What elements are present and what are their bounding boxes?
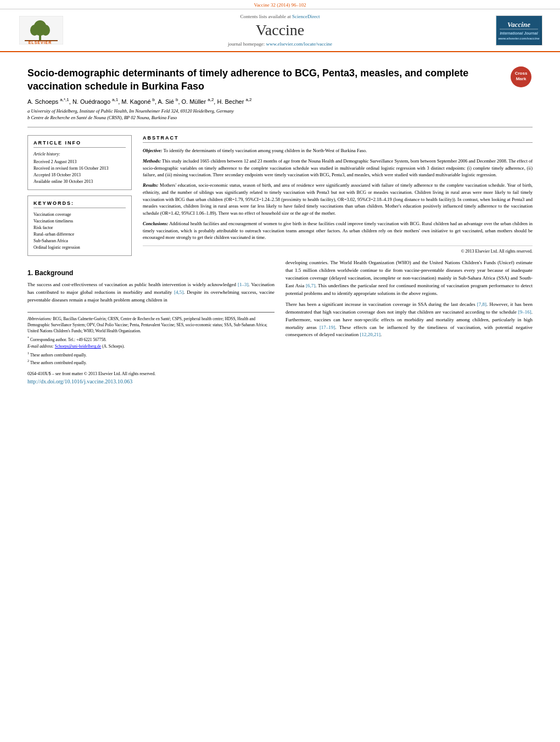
history-label: Article history: [33, 151, 126, 158]
email-link[interactable]: Schoeps@uni-heidelberg.de [55, 344, 101, 349]
abstract-header: ABSTRACT [143, 135, 533, 143]
article-title: Socio-demographic determinants of timely… [27, 66, 504, 93]
footnote-note2: 2 These authors contributed equally. [27, 359, 275, 366]
main-content: Socio-demographic determinants of timely… [0, 52, 560, 395]
journal-center: Contents lists available at ScienceDirec… [71, 14, 489, 47]
keyword-2: Vaccination timeliness [33, 218, 126, 225]
left-column: ARTICLE INFO Article history: Received 2… [27, 135, 132, 256]
elsevier-logo: ELSEVIER [11, 15, 71, 46]
keyword-6: Ordinal logistic regression [33, 244, 126, 251]
methods-label: Methods: [143, 158, 161, 164]
right-column: ABSTRACT Objective: To identify the dete… [143, 135, 533, 256]
abstract-results: Results: Mothers' education, socio-econo… [143, 182, 533, 217]
abstract-methods: Methods: This study included 1665 childr… [143, 158, 533, 178]
svg-text:Vaccine: Vaccine [507, 20, 530, 29]
elsevier-tree-svg: ELSEVIER [19, 16, 63, 44]
results-label: Results: [143, 182, 158, 188]
revised-date: Received in revised form 16 October 2013 [33, 165, 126, 172]
copyright-text: © 2013 Elsevier Ltd. All rights reserved… [143, 246, 533, 255]
svg-text:Mark: Mark [516, 76, 527, 81]
vaccine-logo-svg: Vaccine International Journal www.elsevi… [497, 16, 541, 44]
available-date: Available online 30 October 2013 [33, 178, 126, 185]
footnotes-section: Abbreviations: BCG, Bacillus Calmette-Gu… [27, 312, 275, 366]
footnote-email: E-mail address: Schoeps@uni-heidelberg.d… [27, 343, 275, 349]
svg-text:Cross: Cross [515, 71, 528, 76]
section1-title: 1. Background [27, 269, 275, 277]
keywords-header: Keywords: [33, 200, 126, 208]
journal-homepage: journal homepage: www.elsevier.com/locat… [71, 41, 489, 47]
methods-text: This study included 1665 children betwee… [143, 158, 533, 178]
footnote-note1: 1 These authors contributed equally. [27, 351, 275, 358]
keyword-1: Vaccination coverage [33, 211, 126, 218]
svg-text:International Journal: International Journal [500, 31, 538, 35]
homepage-link[interactable]: www.elsevier.com/locate/vaccine [266, 41, 332, 47]
elsevier-logo-img: ELSEVIER [16, 15, 66, 46]
abstract-text: Objective: To identify the determinants … [143, 147, 533, 255]
keyword-5: Sub-Saharan Africa [33, 238, 126, 244]
article-info-box: ARTICLE INFO Article history: Received 2… [27, 135, 132, 190]
abstract-conclusions: Conclusions: Additional health facilitie… [143, 220, 533, 241]
banner-text: Vaccine 32 (2014) 96–102 [254, 2, 306, 8]
authors: A. Schoeps a,*,1, N. Ouédraogo a,1, M. K… [27, 98, 533, 105]
affiliation-b: b Centre de Recherche en Santé de Nouna … [27, 115, 533, 121]
page-footer: 0264-410X/$ – see front matter © 2013 El… [27, 371, 275, 378]
conclusions-label: Conclusions: [143, 221, 168, 226]
svg-point-4 [41, 25, 50, 36]
journal-name: Vaccine [71, 21, 489, 39]
footer-doi: http://dx.doi.org/10.1016/j.vaccine.2013… [27, 378, 275, 384]
body-left-col: 1. Background The success and cost-effec… [27, 259, 275, 384]
conclusions-text: Additional health facilities and encoura… [143, 221, 533, 241]
section1-right-text: developing countries. The World Health O… [285, 259, 533, 339]
affiliation-a: a University of Heidelberg, Institute of… [27, 108, 533, 115]
footnote-corresponding: * Corresponding author. Tel.: +49 6221 5… [27, 336, 275, 343]
vaccine-logo: Vaccine International Journal www.elsevi… [496, 15, 542, 46]
keyword-3: Risk factor [33, 225, 126, 231]
objective-text: To identify the determinants of timely v… [163, 148, 367, 153]
contents-link: Contents lists available at ScienceDirec… [71, 14, 489, 19]
crossmark-icon: Cross Mark [511, 66, 531, 87]
sciencedirect-link[interactable]: ScienceDirect [292, 14, 320, 19]
article-history: Article history: Received 2 August 2013 … [33, 151, 126, 185]
keyword-4: Rural–urban difference [33, 231, 126, 238]
crossmark: Cross Mark [511, 66, 533, 88]
svg-text:ELSEVIER: ELSEVIER [29, 41, 52, 44]
authors-text: A. Schoeps a,*,1, N. Ouédraogo a,1, M. K… [27, 98, 252, 105]
footer-issn: 0264-410X/$ – see front matter © 2013 El… [27, 371, 155, 376]
page-wrapper: Vaccine 32 (2014) 96–102 ELSEVIER [0, 0, 560, 395]
objective-label: Objective: [143, 148, 162, 153]
svg-point-3 [30, 25, 39, 36]
svg-text:www.elsevier.com/vaccine: www.elsevier.com/vaccine [498, 37, 540, 40]
section1-para1: The success and cost-effectiveness of va… [27, 281, 275, 304]
article-info-header: ARTICLE INFO [33, 140, 126, 148]
abbrev-text: BCG, Bacillus Calmette-Guérin; CRSN, Cen… [27, 316, 267, 334]
keywords-box: Keywords: Vaccination coverage Vaccinati… [27, 196, 132, 256]
affiliations: a University of Heidelberg, Institute of… [27, 108, 533, 121]
accepted-date: Accepted 18 October 2013 [33, 172, 126, 178]
doi-link[interactable]: http://dx.doi.org/10.1016/j.vaccine.2013… [27, 378, 132, 384]
body-two-columns: 1. Background The success and cost-effec… [27, 259, 533, 384]
results-text: Mothers' education, socio-economic statu… [143, 182, 533, 216]
vaccine-logo-box: Vaccine International Journal www.elsevi… [489, 15, 549, 46]
abbrev-label: Abbreviations: [27, 316, 52, 321]
top-banner: Vaccine 32 (2014) 96–102 [0, 0, 560, 9]
article-title-section: Socio-demographic determinants of timely… [27, 66, 533, 93]
footnote-abbreviations: Abbreviations: BCG, Bacillus Calmette-Gu… [27, 316, 275, 334]
journal-header: ELSEVIER Contents lists available at Sci… [0, 9, 560, 52]
article-body-columns: ARTICLE INFO Article history: Received 2… [27, 135, 533, 256]
divider [27, 127, 533, 127]
abstract-objective: Objective: To identify the determinants … [143, 147, 533, 154]
received-date: Received 2 August 2013 [33, 159, 126, 165]
body-right-col: developing countries. The World Health O… [285, 259, 533, 384]
